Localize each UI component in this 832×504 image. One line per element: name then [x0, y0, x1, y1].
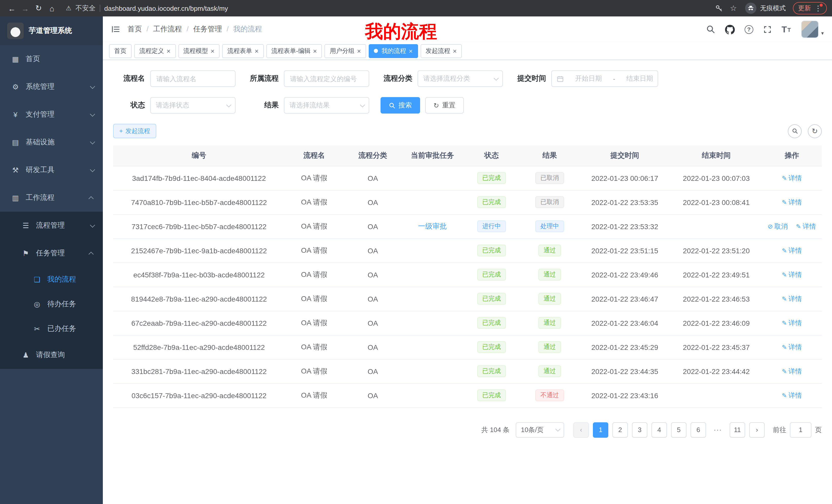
close-icon[interactable]: × — [255, 48, 258, 54]
security-label[interactable]: 不安全 — [76, 4, 96, 13]
cell-submit-time: 2022-01-22 23:53:35 — [579, 190, 671, 214]
pagination-prev-button[interactable]: ‹ — [573, 422, 589, 438]
sidebar-item[interactable]: ⚙ 系统管理 — [0, 73, 103, 101]
browser-reload-button[interactable]: ↻ — [32, 4, 45, 13]
url-text[interactable]: dashboard.yudao.iocoder.cn/bpm/task/my — [104, 4, 228, 12]
fullscreen-icon[interactable] — [763, 25, 772, 34]
process-def-input[interactable] — [284, 71, 369, 87]
date-range-picker[interactable]: 开始日期 - 结束日期 — [551, 71, 658, 87]
breadcrumb-item[interactable]: 任务管理 — [193, 25, 233, 34]
pagination-page-button[interactable]: 3 — [632, 422, 647, 438]
sidebar-item[interactable]: ✂ 已办任务 — [0, 316, 103, 341]
goto-page-input[interactable] — [790, 422, 811, 438]
reset-button[interactable]: ↻ 重置 — [425, 97, 464, 114]
view-tab[interactable]: 用户分组 × — [325, 44, 366, 58]
sidebar: 芋道管理系统 ▦ 首页 ⚙ 系统管理 — [0, 17, 103, 504]
github-icon[interactable] — [725, 24, 735, 34]
pagination-page-button[interactable]: 5 — [671, 422, 686, 438]
close-icon[interactable]: × — [211, 48, 214, 54]
pagination-page-button[interactable]: 11 — [730, 422, 745, 438]
view-tab[interactable]: 流程模型 × — [178, 44, 219, 58]
category-select[interactable]: 请选择流程分类 — [418, 71, 503, 87]
address-bar[interactable]: ⚠ 不安全 dashboard.yudao.iocoder.cn/bpm/tas… — [66, 4, 707, 13]
view-tab[interactable]: 我的流程 × — [369, 44, 418, 58]
refresh-table-button[interactable]: ↻ — [808, 124, 822, 138]
cell-submit-time: 2022-01-22 23:44:35 — [579, 359, 671, 383]
view-tab[interactable]: 流程定义 × — [134, 44, 176, 58]
detail-action[interactable]: ✎ 详情 — [782, 246, 802, 255]
browser-forward-button[interactable]: → — [19, 4, 32, 12]
toggle-search-button[interactable] — [788, 124, 802, 138]
sidebar-item[interactable]: ▥ 工作流程 — [0, 184, 103, 212]
sidebar-item[interactable]: ⚑ 任务管理 — [0, 240, 103, 267]
pagination-page-button[interactable]: ··· — [710, 422, 726, 438]
detail-action[interactable]: ✎ 详情 — [782, 318, 802, 328]
search-icon — [389, 102, 395, 109]
cell-submit-time: 2022-01-22 23:53:32 — [579, 214, 671, 239]
pagination-page-button[interactable]: 2 — [613, 422, 628, 438]
user-menu[interactable]: ▾ — [801, 21, 824, 38]
search-icon[interactable] — [706, 25, 715, 34]
status-select[interactable]: 请选择状态 — [150, 97, 235, 114]
avatar[interactable] — [801, 21, 818, 38]
logo-avatar — [7, 23, 24, 39]
search-button[interactable]: 搜索 — [381, 97, 420, 114]
close-icon[interactable]: × — [357, 48, 361, 54]
pagination-page-button[interactable]: 1 — [593, 422, 608, 438]
close-icon[interactable]: × — [409, 48, 413, 54]
task-link[interactable]: 一级审批 — [418, 222, 447, 230]
detail-action[interactable]: ✎ 详情 — [796, 222, 816, 231]
chevron-down-icon — [360, 102, 365, 107]
detail-action[interactable]: ✎ 详情 — [782, 391, 802, 400]
start-process-button[interactable]: + 发起流程 — [113, 124, 156, 138]
detail-action[interactable]: ✎ 详情 — [782, 173, 802, 183]
view-tab[interactable]: 首页 × — [109, 44, 132, 58]
font-size-icon[interactable]: TT — [782, 25, 791, 34]
close-icon[interactable]: × — [166, 48, 171, 54]
bookmark-star-icon[interactable]: ☆ — [730, 4, 737, 13]
help-icon[interactable]: ? — [745, 25, 753, 34]
view-tab[interactable]: 流程表单-编辑 × — [266, 44, 322, 58]
browser-home-button[interactable]: ⌂ — [45, 4, 59, 12]
pagination-page-button[interactable]: 4 — [651, 422, 667, 438]
view-tab[interactable]: 发起流程 × — [420, 44, 462, 58]
detail-action[interactable]: ✎ 详情 — [782, 270, 802, 279]
sidebar-item[interactable]: ☰ 流程管理 — [0, 212, 103, 240]
detail-action[interactable]: ✎ 详情 — [782, 342, 802, 352]
close-icon[interactable]: × — [453, 48, 457, 54]
update-button[interactable]: 更新 ⋮ — [793, 2, 827, 15]
page-size-select[interactable]: 10条/页 — [516, 422, 564, 438]
filter-category: 流程分类 请选择流程分类 — [381, 71, 503, 87]
chevron-icon — [90, 111, 95, 116]
sidebar-item[interactable]: ¥ 支付管理 — [0, 101, 103, 129]
sidebar-item[interactable]: ⚒ 研发工具 — [0, 156, 103, 184]
cancel-action[interactable]: ⊘ 取消 — [768, 222, 788, 231]
detail-action[interactable]: ✎ 详情 — [782, 367, 802, 376]
browser-back-button[interactable]: ← — [5, 4, 19, 12]
action-icon: ✎ — [782, 247, 787, 254]
detail-action[interactable]: ✎ 详情 — [782, 198, 802, 207]
process-name-input[interactable] — [150, 71, 235, 87]
sidebar-item-label: 工作流程 — [26, 193, 54, 202]
chevron-icon — [90, 167, 95, 172]
view-tab[interactable]: 流程表单 × — [222, 44, 263, 58]
result-select[interactable]: 请选择流结果 — [284, 97, 369, 114]
cell-actions: ✎ 详情 — [762, 311, 822, 335]
sidebar-item[interactable]: ♟ 请假查询 — [0, 341, 103, 369]
sidebar-item-label: 待办任务 — [47, 300, 76, 309]
close-icon[interactable]: × — [313, 48, 317, 54]
breadcrumb-item[interactable]: 工作流程 — [153, 25, 193, 34]
detail-action[interactable]: ✎ 详情 — [782, 294, 802, 303]
key-icon[interactable] — [714, 4, 723, 12]
sidebar-toggle-icon[interactable] — [111, 25, 120, 34]
breadcrumb-item[interactable]: 首页 — [128, 25, 153, 34]
pagination-page-button[interactable]: 6 — [691, 422, 706, 438]
sidebar-item[interactable]: ◎ 待办任务 — [0, 292, 103, 316]
pagination-next-button[interactable]: › — [749, 422, 765, 438]
sidebar-item[interactable]: ❑ 我的流程 — [0, 267, 103, 292]
sidebar-item[interactable]: ▤ 基础设施 — [0, 129, 103, 156]
sidebar-item[interactable]: ▦ 首页 — [0, 45, 103, 73]
cell-status: 已完成 — [463, 262, 520, 287]
result-tag: 已取消 — [535, 172, 564, 184]
cell-id: 2152467e-7b9b-11ec-9a1b-acde48001122 — [113, 239, 285, 262]
